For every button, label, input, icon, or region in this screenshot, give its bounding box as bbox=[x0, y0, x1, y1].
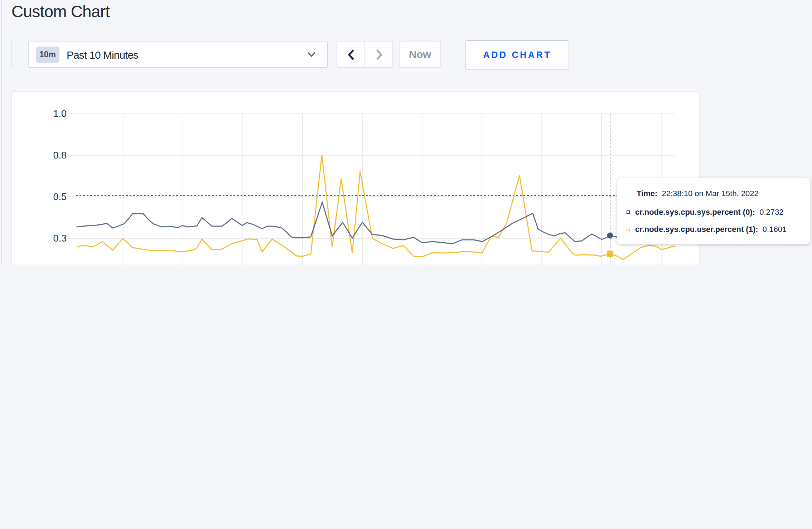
svg-text:0.3: 0.3 bbox=[53, 233, 67, 244]
svg-text:0.5: 0.5 bbox=[53, 191, 67, 202]
svg-text:0.8: 0.8 bbox=[53, 150, 67, 161]
svg-text:1.0: 1.0 bbox=[53, 108, 67, 119]
